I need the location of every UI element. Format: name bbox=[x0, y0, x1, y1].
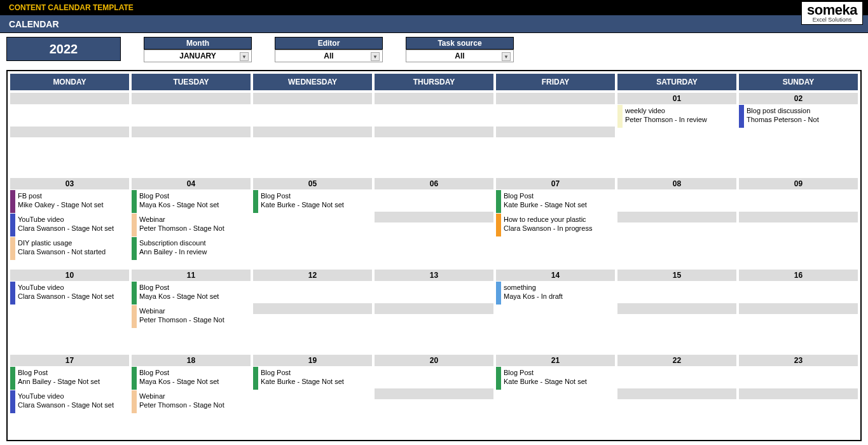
task-body: WebinarPeter Thomson - Stage Not bbox=[137, 390, 251, 413]
empty-area bbox=[739, 366, 858, 388]
task-meta: Thomas Peterson - Not bbox=[747, 115, 855, 124]
day-number: 02 bbox=[739, 93, 858, 104]
task-title: Blog Post bbox=[261, 191, 369, 200]
task-meta: Peter Thomson - Stage Not bbox=[139, 315, 248, 324]
logo-sub-text: Excel Solutions bbox=[807, 17, 857, 23]
task-item[interactable]: Blog PostAnn Bailey - Stage Not set bbox=[10, 366, 129, 390]
year-box: 2022 bbox=[6, 37, 121, 61]
task-item[interactable]: Blog PostKate Burke - Stage Not set bbox=[253, 366, 372, 390]
task-item[interactable]: Blog PostMaya Kos - Stage Not set bbox=[132, 366, 251, 390]
task-body: WebinarPeter Thomson - Stage Not bbox=[137, 305, 251, 328]
day-number: . bbox=[496, 93, 615, 104]
slot-divider bbox=[10, 126, 129, 137]
task-item[interactable]: DIY plastic usageClara Swanson - Not sta… bbox=[10, 236, 129, 260]
empty-area bbox=[253, 314, 372, 336]
day-cell[interactable]: 09 bbox=[739, 178, 858, 267]
chevron-down-icon: ▼ bbox=[240, 52, 249, 61]
task-item[interactable]: Blog post discussionThomas Peterson - No… bbox=[739, 104, 858, 128]
day-header: WEDNESDAY bbox=[253, 74, 372, 90]
task-title: Blog Post bbox=[139, 283, 248, 292]
task-item[interactable]: somethingMaya Kos - In draft bbox=[496, 281, 615, 305]
empty-area bbox=[375, 399, 493, 421]
slot-divider bbox=[375, 303, 493, 314]
task-item[interactable]: Blog PostMaya Kos - Stage Not set bbox=[132, 189, 251, 213]
day-number: 05 bbox=[253, 178, 372, 189]
day-number: 12 bbox=[253, 270, 372, 281]
day-cell[interactable]: . bbox=[253, 93, 372, 175]
day-cell[interactable]: 05Blog PostKate Burke - Stage Not set bbox=[253, 178, 372, 267]
editor-select[interactable]: All ▼ bbox=[275, 50, 383, 62]
day-cell[interactable]: 22 bbox=[617, 355, 736, 437]
day-cell[interactable]: 19Blog PostKate Burke - Stage Not set bbox=[253, 355, 372, 437]
task-color-stripe bbox=[10, 367, 15, 390]
month-select[interactable]: JANUARY ▼ bbox=[144, 50, 252, 62]
source-filter-label: Task source bbox=[406, 37, 514, 50]
task-item[interactable]: WebinarPeter Thomson - Stage Not bbox=[132, 390, 251, 413]
chevron-down-icon: ▼ bbox=[371, 52, 380, 61]
day-cell[interactable]: 04Blog PostMaya Kos - Stage Not setWebin… bbox=[132, 178, 251, 267]
day-cell[interactable]: . bbox=[10, 93, 129, 175]
task-item[interactable]: Blog PostKate Burke - Stage Not set bbox=[496, 366, 615, 390]
task-title: YouTube video bbox=[18, 283, 127, 292]
task-item[interactable]: YouTube videoClara Swanson - Stage Not s… bbox=[10, 281, 129, 305]
day-cell[interactable]: 13 bbox=[375, 270, 493, 352]
day-cell[interactable]: . bbox=[496, 93, 615, 175]
day-cell[interactable]: 23 bbox=[739, 355, 858, 437]
task-body: somethingMaya Kos - In draft bbox=[501, 282, 615, 305]
day-cell[interactable]: 02Blog post discussionThomas Peterson - … bbox=[739, 93, 858, 175]
task-color-stripe bbox=[496, 190, 501, 213]
task-body: Blog PostKate Burke - Stage Not set bbox=[258, 190, 372, 213]
task-item[interactable]: Subscription discountAnn Bailey - In rev… bbox=[132, 236, 251, 260]
slot-divider bbox=[739, 211, 858, 222]
slot-divider bbox=[375, 126, 493, 137]
empty-area bbox=[253, 137, 372, 159]
day-cell[interactable]: 17Blog PostAnn Bailey - Stage Not setYou… bbox=[10, 355, 129, 437]
day-cell[interactable]: 01weekly videoPeter Thomson - In review bbox=[617, 93, 736, 175]
task-item[interactable]: YouTube videoClara Swanson - Stage Not s… bbox=[10, 390, 129, 413]
task-item[interactable]: YouTube videoClara Swanson - Stage Not s… bbox=[10, 213, 129, 236]
day-cell[interactable]: 12 bbox=[253, 270, 372, 352]
task-item[interactable]: Blog PostKate Burke - Stage Not set bbox=[496, 189, 615, 213]
day-cell[interactable]: 06 bbox=[375, 178, 493, 267]
task-item[interactable]: WebinarPeter Thomson - Stage Not bbox=[132, 213, 251, 236]
source-select[interactable]: All ▼ bbox=[406, 50, 514, 62]
task-meta: Maya Kos - Stage Not set bbox=[139, 377, 248, 386]
day-cell[interactable]: . bbox=[375, 93, 493, 175]
empty-area bbox=[496, 104, 615, 126]
day-cell[interactable]: 15 bbox=[617, 270, 736, 352]
empty-area bbox=[617, 399, 736, 421]
day-header: MONDAY bbox=[10, 74, 129, 90]
slot-divider bbox=[132, 126, 251, 137]
day-number: 17 bbox=[10, 355, 129, 366]
task-item[interactable]: Blog PostMaya Kos - Stage Not set bbox=[132, 281, 251, 305]
task-color-stripe bbox=[132, 237, 137, 260]
day-cell[interactable]: 16 bbox=[739, 270, 858, 352]
section-title: CALENDAR bbox=[9, 19, 59, 29]
day-cell[interactable]: 08 bbox=[617, 178, 736, 267]
day-cell[interactable]: 10YouTube videoClara Swanson - Stage Not… bbox=[10, 270, 129, 352]
task-body: Blog PostMaya Kos - Stage Not set bbox=[137, 282, 251, 305]
day-cell[interactable]: 11Blog PostMaya Kos - Stage Not setWebin… bbox=[132, 270, 251, 352]
day-number: 20 bbox=[375, 355, 493, 366]
day-cell[interactable]: 20 bbox=[375, 355, 493, 437]
day-cell[interactable]: . bbox=[132, 93, 251, 175]
task-item[interactable]: WebinarPeter Thomson - Stage Not bbox=[132, 305, 251, 328]
day-cell[interactable]: 21Blog PostKate Burke - Stage Not set bbox=[496, 355, 615, 437]
day-cell[interactable]: 03FB postMike Oakey - Stage Not setYouTu… bbox=[10, 178, 129, 267]
day-number: . bbox=[375, 93, 493, 104]
day-cell[interactable]: 14somethingMaya Kos - In draft bbox=[496, 270, 615, 352]
day-number: 13 bbox=[375, 270, 493, 281]
task-item[interactable]: Blog PostKate Burke - Stage Not set bbox=[253, 189, 372, 213]
task-color-stripe bbox=[132, 390, 137, 413]
empty-area bbox=[132, 104, 251, 126]
day-header: FRIDAY bbox=[496, 74, 615, 90]
day-number: 15 bbox=[617, 270, 736, 281]
day-cell[interactable]: 07Blog PostKate Burke - Stage Not setHow… bbox=[496, 178, 615, 267]
task-meta: Clara Swanson - Stage Not set bbox=[18, 292, 127, 301]
task-item[interactable]: How to reduce your plasticClara Swanson … bbox=[496, 213, 615, 236]
day-cell[interactable]: 18Blog PostMaya Kos - Stage Not setWebin… bbox=[132, 355, 251, 437]
day-number: 21 bbox=[496, 355, 615, 366]
task-item[interactable]: weekly videoPeter Thomson - In review bbox=[617, 104, 736, 128]
task-meta: Mike Oakey - Stage Not set bbox=[18, 200, 127, 209]
task-item[interactable]: FB postMike Oakey - Stage Not set bbox=[10, 189, 129, 213]
